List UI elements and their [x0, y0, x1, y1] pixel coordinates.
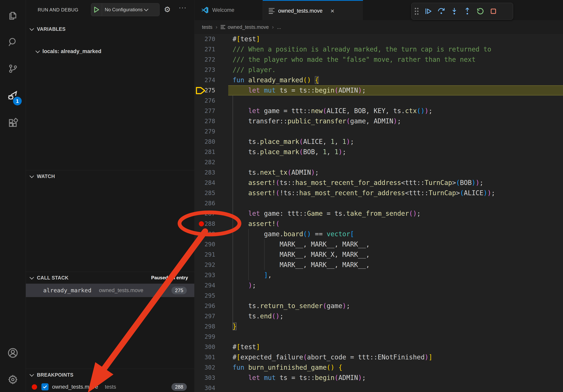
watch-section-header[interactable]: WATCH [26, 171, 194, 181]
stop-button[interactable] [487, 4, 500, 18]
code-line-270: 270#[test] [194, 34, 563, 44]
gutter[interactable]: 279 [194, 126, 232, 137]
code-line-281: 281 ts.place_mark(BOB, 1, 1); [194, 147, 563, 157]
tab-owned-tests-move[interactable]: owned_tests.move × [263, 0, 363, 21]
gutter[interactable]: 303 [194, 373, 232, 383]
gutter[interactable]: 278 [194, 116, 232, 126]
tab-welcome[interactable]: Welcome [194, 0, 263, 20]
code-line-295: 295 [194, 290, 563, 301]
call-stack-section-header[interactable]: CALL STACK Paused on entry [26, 273, 194, 283]
gutter[interactable]: 297 [194, 311, 232, 321]
gutter[interactable]: 289 [194, 229, 232, 239]
code-text: fun already_marked() { [232, 75, 319, 85]
gutter[interactable]: 273 [194, 65, 232, 75]
gutter[interactable]: 290 [194, 239, 232, 249]
breakpoint-checkbox[interactable] [41, 383, 49, 391]
code-text: transfer::public_transfer(game, ADMIN); [232, 116, 401, 126]
code-line-299: 299 [194, 332, 563, 342]
breakpoint-list-item[interactable]: owned_tests.move tests 288 [26, 381, 194, 392]
gutter[interactable]: 298 [194, 321, 232, 332]
close-icon[interactable]: × [331, 7, 334, 15]
step-over-button[interactable] [435, 4, 448, 18]
gutter[interactable]: 300 [194, 342, 232, 352]
gutter[interactable]: 304 [194, 383, 232, 392]
gutter[interactable]: 293 [194, 270, 232, 280]
code-line-300: 300#[test] [194, 342, 563, 352]
gutter[interactable]: 284 [194, 178, 232, 188]
gutter[interactable]: 270 [194, 34, 232, 44]
code-area[interactable]: 270#[test]271/// When a position is alre… [194, 34, 563, 392]
line-number: 291 [205, 249, 215, 260]
breakpoint-dot-icon[interactable] [199, 221, 204, 226]
code-line-292: 292 MARK__, MARK__, MARK__, [194, 260, 563, 270]
code-text: ts.place_mark(ALICE, 1, 1); [232, 137, 354, 147]
code-text: /// When a position is already marked, t… [232, 44, 491, 54]
step-into-button[interactable] [448, 4, 461, 18]
breadcrumb-item[interactable]: tests [202, 24, 212, 30]
gutter[interactable]: 295 [194, 290, 232, 301]
launch-configuration-dropdown[interactable]: No Configurations [91, 3, 160, 16]
source-control-icon[interactable] [0, 58, 26, 79]
stack-frame-row[interactable]: already_marked owned_tests.move 275 [26, 284, 194, 297]
start-debug-icon[interactable] [91, 3, 102, 16]
gutter[interactable]: 299 [194, 332, 232, 342]
gutter[interactable]: 292 [194, 260, 232, 270]
gutter[interactable]: 291 [194, 249, 232, 260]
gutter[interactable]: 276 [194, 95, 232, 106]
gutter[interactable]: 296 [194, 301, 232, 311]
move-file-icon [269, 7, 275, 15]
more-actions-icon[interactable]: ··· [179, 3, 187, 11]
code-line-298: 298} [194, 321, 563, 332]
vscode-logo-icon [201, 6, 209, 14]
code-line-284: 284 assert!(ts::has_most_recent_for_addr… [194, 178, 563, 188]
code-line-286: 286 [194, 198, 563, 209]
code-line-277: 277 let game = ttt::new(ALICE, BOB, KEY,… [194, 106, 563, 116]
search-icon[interactable] [0, 31, 26, 53]
code-line-287: 287 let game: ttt::Game = ts.take_from_s… [194, 209, 563, 219]
code-text: ); [232, 280, 256, 290]
variables-scope-row[interactable]: locals: already_marked [26, 46, 194, 57]
gutter[interactable]: 275 [194, 85, 232, 95]
gutter[interactable]: 280 [194, 137, 232, 147]
drag-handle[interactable] [411, 4, 422, 18]
line-number: 285 [205, 188, 215, 198]
line-number: 271 [205, 44, 215, 54]
gutter[interactable]: 302 [194, 362, 232, 373]
gutter[interactable]: 272 [194, 54, 232, 65]
variables-section-header[interactable]: VARIABLES [26, 24, 194, 34]
breakpoints-section-header[interactable]: BREAKPOINTS [26, 370, 194, 380]
gutter[interactable]: 283 [194, 167, 232, 178]
gutter[interactable]: 282 [194, 157, 232, 167]
code-line-280: 280 ts.place_mark(ALICE, 1, 1); [194, 137, 563, 147]
settings-gear-icon[interactable] [0, 369, 26, 391]
gutter[interactable]: 287 [194, 209, 232, 219]
gutter[interactable]: 294 [194, 280, 232, 290]
line-number: 282 [205, 157, 215, 167]
code-line-274: 274fun already_marked() { [194, 75, 563, 85]
gutter[interactable]: 286 [194, 198, 232, 209]
gutter[interactable]: 285 [194, 188, 232, 198]
debug-badge: 1 [13, 97, 22, 105]
step-out-button[interactable] [461, 4, 474, 18]
line-number: 301 [205, 352, 215, 362]
account-icon[interactable] [0, 342, 26, 364]
restart-button[interactable] [474, 4, 487, 18]
debug-gear-icon[interactable]: ⚙ [164, 5, 171, 14]
gutter[interactable]: 277 [194, 106, 232, 116]
continue-button[interactable] [422, 4, 435, 18]
line-number: 299 [205, 332, 215, 342]
breadcrumb[interactable]: tests›owned_tests.move›... [194, 20, 563, 34]
breadcrumb-item[interactable]: ... [277, 24, 281, 30]
extensions-icon[interactable] [0, 112, 26, 134]
line-number: 295 [205, 290, 215, 301]
gutter[interactable]: 274 [194, 75, 232, 85]
run-and-debug-icon[interactable]: 1 [0, 85, 26, 107]
breadcrumb-item[interactable]: owned_tests.move [228, 24, 269, 30]
gutter[interactable]: 288 [194, 219, 232, 229]
explorer-icon[interactable] [0, 5, 26, 27]
gutter[interactable]: 301 [194, 352, 232, 362]
code-line-272: 272/// the player who made the "false" m… [194, 54, 563, 65]
gutter[interactable]: 271 [194, 44, 232, 54]
gutter[interactable]: 281 [194, 147, 232, 157]
code-line-271: 271/// When a position is already marked… [194, 44, 563, 54]
